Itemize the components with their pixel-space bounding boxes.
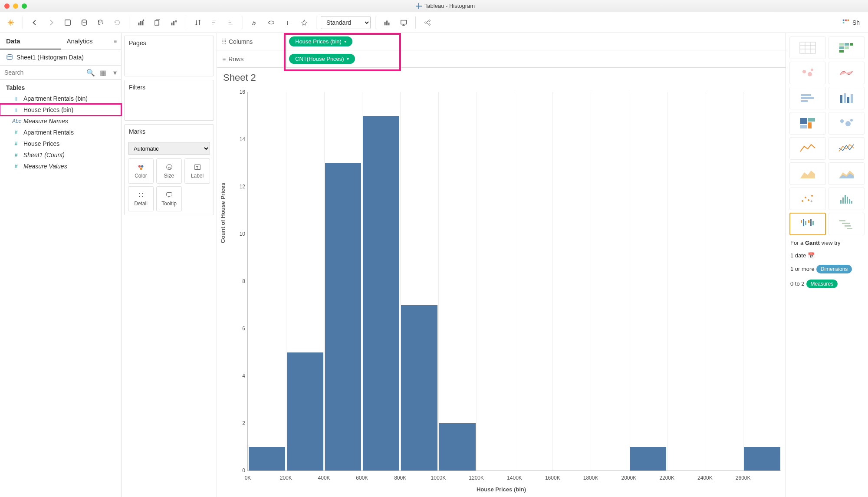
showme-stackbar[interactable] <box>829 87 865 109</box>
sort-desc-button[interactable] <box>224 15 238 30</box>
field-apartment-rentals[interactable]: #Apartment Rentals <box>0 127 121 138</box>
svg-rect-25 <box>843 22 845 23</box>
svg-rect-59 <box>851 94 853 103</box>
search-icon: 🔍 <box>85 69 97 77</box>
mark-color-button[interactable]: Color <box>128 158 154 184</box>
show-me-toggle[interactable]: Sh <box>837 16 865 29</box>
bar[interactable] <box>744 447 780 471</box>
showme-area[interactable] <box>789 162 826 185</box>
toolbar: T Standard Sh <box>0 12 868 33</box>
swap-button[interactable] <box>191 15 205 30</box>
svg-point-34 <box>139 193 140 194</box>
showme-heatmap[interactable] <box>829 36 865 59</box>
mark-tooltip-button[interactable]: Tooltip <box>156 186 182 211</box>
svg-rect-57 <box>844 93 846 103</box>
group-button[interactable] <box>264 15 279 30</box>
new-worksheet-button[interactable] <box>134 15 148 30</box>
showme-gantt[interactable] <box>829 213 865 235</box>
svg-point-50 <box>802 70 806 73</box>
new-datasource-button[interactable] <box>77 15 92 30</box>
text-button[interactable]: T <box>280 15 295 30</box>
data-pane: Data Analytics≡ Sheet1 (Histogram Data) … <box>0 33 122 497</box>
field-type-icon: # <box>12 163 20 169</box>
show-cards-button[interactable] <box>380 15 395 30</box>
filters-shelf[interactable]: Filters <box>124 80 214 121</box>
close-window-button[interactable] <box>4 3 10 9</box>
pages-shelf[interactable]: Pages <box>124 36 214 76</box>
pin-button[interactable] <box>297 15 312 30</box>
tables-header: Tables <box>0 80 121 93</box>
analytics-menu-icon[interactable]: ≡ <box>114 38 117 44</box>
mark-size-button[interactable]: Size <box>156 158 182 184</box>
forward-button[interactable] <box>44 15 59 30</box>
bar[interactable] <box>287 352 323 471</box>
pane-menu-icon[interactable]: ▾ <box>109 69 121 77</box>
svg-point-67 <box>802 200 803 202</box>
presentation-button[interactable] <box>396 15 411 30</box>
bar[interactable] <box>401 305 437 471</box>
x-tick: 200K <box>280 475 292 481</box>
bar[interactable] <box>325 163 362 471</box>
svg-rect-18 <box>401 20 407 24</box>
fit-dropdown[interactable]: Standard <box>321 16 371 29</box>
undo-button[interactable] <box>110 15 125 30</box>
highlight-button[interactable] <box>247 15 262 30</box>
datasource-row[interactable]: Sheet1 (Histogram Data) <box>0 49 121 65</box>
showme-sidebyside[interactable] <box>789 213 826 235</box>
mark-detail-button[interactable]: Detail <box>128 186 154 211</box>
showme-dualarea[interactable] <box>829 162 865 185</box>
refresh-datasource-button[interactable] <box>93 15 108 30</box>
showme-dualline[interactable] <box>829 137 865 160</box>
sheet-title[interactable]: Sheet 2 <box>217 68 786 88</box>
svg-point-52 <box>811 69 813 71</box>
svg-rect-12 <box>173 21 174 25</box>
clear-sheet-button[interactable] <box>167 15 181 30</box>
showme-treemap[interactable] <box>789 112 826 135</box>
field-house-prices[interactable]: #House Prices <box>0 138 121 149</box>
tab-data[interactable]: Data <box>0 33 61 49</box>
columns-shelf[interactable]: House Prices (bin) <box>286 36 786 46</box>
field-apartment-rentals-bin-[interactable]: ⫼Apartment Rentals (bin) <box>0 93 121 104</box>
showme-hbar[interactable] <box>789 87 826 109</box>
columns-pill[interactable]: House Prices (bin) <box>289 36 352 46</box>
field-house-prices-bin-[interactable]: ⫼House Prices (bin) <box>0 104 121 115</box>
bar[interactable] <box>363 116 399 471</box>
mark-label-button[interactable]: TLabel <box>184 158 210 184</box>
showme-circle[interactable] <box>829 112 865 135</box>
svg-point-68 <box>805 197 806 198</box>
x-tick: 800K <box>394 475 406 481</box>
save-button[interactable] <box>60 15 75 30</box>
maximize-window-button[interactable] <box>22 3 27 9</box>
duplicate-sheet-button[interactable] <box>150 15 165 30</box>
field-measure-names[interactable]: AbcMeasure Names <box>0 115 121 127</box>
tab-analytics[interactable]: Analytics≡ <box>61 33 122 49</box>
minimize-window-button[interactable] <box>13 3 18 9</box>
showme-line[interactable] <box>789 137 826 160</box>
share-button[interactable] <box>420 15 435 30</box>
svg-point-13 <box>269 21 274 24</box>
rows-shelf[interactable]: CNT(House Prices) <box>286 54 786 64</box>
back-button[interactable] <box>27 15 42 30</box>
showme-histogram[interactable] <box>829 188 865 210</box>
rows-pill[interactable]: CNT(House Prices) <box>289 54 355 64</box>
tableau-logo-icon <box>416 3 422 9</box>
tableau-logo-button[interactable] <box>3 15 18 30</box>
showme-filledmap[interactable] <box>829 62 865 84</box>
showme-map[interactable] <box>789 62 826 84</box>
showme-table[interactable] <box>789 36 826 59</box>
field-sheet1-count-[interactable]: #Sheet1 (Count) <box>0 149 121 161</box>
search-input[interactable] <box>0 66 85 79</box>
view-toggle-icon[interactable]: ▦ <box>97 69 109 77</box>
bar[interactable] <box>439 423 476 471</box>
svg-rect-17 <box>388 23 390 25</box>
bar[interactable] <box>630 447 666 471</box>
chart-plot[interactable]: 02468101214160K200K400K600K800K1000K1200… <box>247 92 781 471</box>
field-measure-values[interactable]: #Measure Values <box>0 161 121 172</box>
svg-rect-82 <box>810 219 812 226</box>
y-tick: 8 <box>230 278 245 284</box>
bar[interactable] <box>249 447 285 471</box>
svg-rect-53 <box>801 94 811 96</box>
sort-asc-button[interactable] <box>207 15 222 30</box>
mark-type-dropdown[interactable]: Automatic <box>128 142 210 155</box>
showme-scatter[interactable]: + <box>789 188 826 210</box>
